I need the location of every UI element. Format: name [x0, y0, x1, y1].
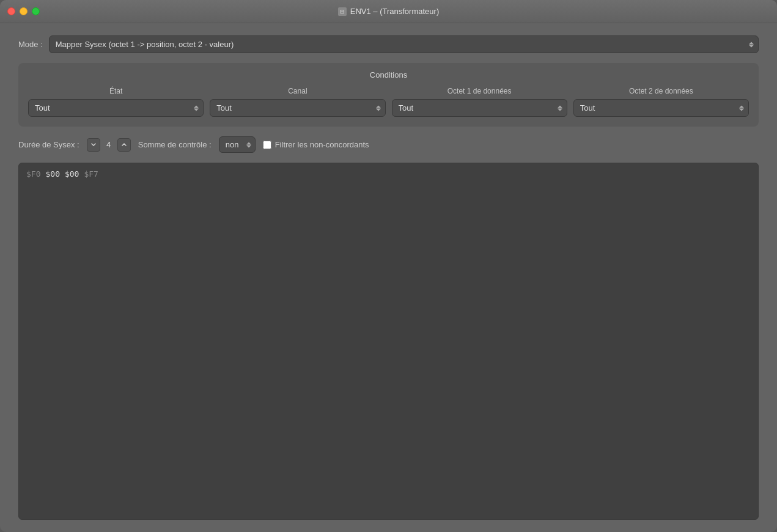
- conditions-title: Conditions: [28, 70, 749, 79]
- condition-octet2-select[interactable]: Tout: [573, 99, 749, 117]
- condition-canal-wrap: Tout: [210, 99, 385, 117]
- conditions-section: Conditions État Tout Canal: [18, 63, 759, 127]
- condition-etat-select[interactable]: Tout: [28, 99, 204, 117]
- sysex-byte-00-1: $00: [45, 169, 59, 179]
- content-area: Mode : Mapper Sysex (octet 1 -> position…: [0, 23, 777, 532]
- duree-value: 4: [103, 140, 115, 149]
- filtrer-label: Filtrer les non-concordants: [275, 140, 369, 149]
- condition-etat-header: État: [28, 87, 204, 95]
- condition-octet1-header: Octet 1 de données: [392, 87, 567, 95]
- close-button[interactable]: [7, 7, 15, 15]
- chevron-up-icon: [122, 143, 127, 146]
- condition-etat-col: État Tout: [28, 87, 204, 117]
- window-title: ENV1 – (Transformateur): [350, 7, 439, 16]
- filtrer-checkbox[interactable]: [263, 141, 271, 149]
- somme-select-wrap: nonoui: [219, 136, 256, 153]
- mode-select-wrapper: Mapper Sysex (octet 1 -> position, octet…: [49, 35, 759, 53]
- stepper-down-button[interactable]: [87, 138, 100, 152]
- mode-row: Mode : Mapper Sysex (octet 1 -> position…: [18, 35, 759, 53]
- condition-octet1-wrap: Tout: [392, 99, 567, 117]
- duree-stepper: 4: [87, 138, 131, 152]
- sysex-area[interactable]: $F0 $00 $00 $F7: [18, 163, 759, 520]
- condition-canal-select[interactable]: Tout: [210, 99, 385, 117]
- condition-canal-col: Canal Tout: [210, 87, 385, 117]
- condition-octet2-header: Octet 2 de données: [573, 87, 749, 95]
- controls-row: Durée de Sysex : 4 Somme de contrôle : n…: [18, 136, 759, 153]
- chevron-down-icon: [91, 143, 96, 146]
- filtrer-wrap: Filtrer les non-concordants: [263, 140, 369, 149]
- condition-octet1-col: Octet 1 de données Tout: [392, 87, 567, 117]
- minimize-button[interactable]: [20, 7, 28, 15]
- condition-canal-header: Canal: [210, 87, 385, 95]
- window: ⊟ ENV1 – (Transformateur) Mode : Mapper …: [0, 0, 777, 532]
- mode-label: Mode :: [18, 40, 43, 49]
- somme-select[interactable]: nonoui: [219, 136, 256, 153]
- sysex-byte-f0: $F0: [26, 169, 40, 179]
- traffic-lights: [7, 7, 40, 15]
- stepper-up-button[interactable]: [117, 138, 131, 152]
- title-bar: ⊟ ENV1 – (Transformateur): [0, 0, 777, 23]
- maximize-button[interactable]: [32, 7, 40, 15]
- window-icon: ⊟: [338, 7, 347, 16]
- condition-octet2-col: Octet 2 de données Tout: [573, 87, 749, 117]
- conditions-grid: État Tout Canal Tout: [28, 87, 749, 117]
- somme-label: Somme de contrôle :: [138, 140, 212, 149]
- condition-etat-wrap: Tout: [28, 99, 204, 117]
- duree-label: Durée de Sysex :: [18, 140, 79, 149]
- mode-select[interactable]: Mapper Sysex (octet 1 -> position, octet…: [49, 35, 759, 53]
- sysex-byte-00-2: $00: [65, 169, 79, 179]
- condition-octet2-wrap: Tout: [573, 99, 749, 117]
- sysex-byte-f7: $F7: [84, 169, 98, 179]
- title-bar-text: ⊟ ENV1 – (Transformateur): [338, 7, 439, 16]
- condition-octet1-select[interactable]: Tout: [392, 99, 567, 117]
